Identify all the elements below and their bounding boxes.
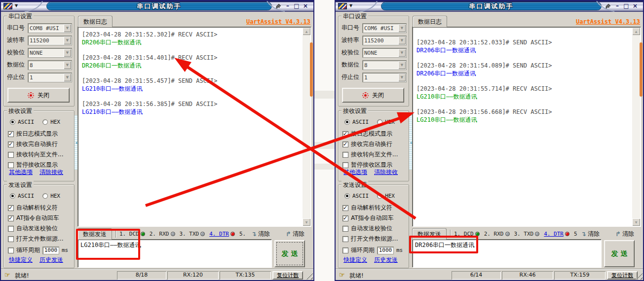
checkbox[interactable] <box>8 247 14 253</box>
chevron-down-icon[interactable]: ▼ <box>398 49 406 57</box>
combo-select[interactable]: NONE ▼ <box>28 48 72 58</box>
checkbox-option[interactable]: AT指令自动回车 <box>8 213 73 223</box>
checkbox[interactable] <box>342 162 348 168</box>
checkbox[interactable] <box>8 162 14 168</box>
cycle-period-option[interactable]: 循环周期 1000 ms <box>342 245 403 255</box>
chevron-down-icon[interactable]: ▼ <box>64 61 71 69</box>
clear-receive-link[interactable]: 清除接收 <box>39 168 63 176</box>
minimize-button[interactable]: – <box>284 2 292 10</box>
combo-select[interactable]: COM6 #USI ▼ <box>362 23 407 33</box>
pin-status[interactable]: 3. TXD <box>514 231 540 237</box>
log-scrollbar[interactable]: ▲ ▼ <box>303 28 310 226</box>
checkbox-option[interactable]: 接收转向至文件... <box>342 149 408 160</box>
checkbox[interactable] <box>8 141 14 147</box>
pin-label[interactable]: 4. DTR <box>209 231 229 237</box>
checkbox[interactable] <box>8 215 14 221</box>
combo-select[interactable]: NONE ▼ <box>362 48 407 58</box>
checkbox[interactable] <box>342 131 348 137</box>
maximize-button[interactable]: □ <box>293 2 301 10</box>
checkbox-option[interactable]: 打开文件数据源... <box>8 234 73 244</box>
checkbox[interactable] <box>342 236 348 242</box>
clear-receive-link[interactable]: 清除接收 <box>374 168 398 176</box>
checkbox[interactable] <box>342 215 348 221</box>
cycle-period-option[interactable]: 循环周期 1000 ms <box>8 245 68 255</box>
radio-ascii[interactable] <box>10 193 15 199</box>
tab-data-send[interactable]: 数据发送 <box>412 228 447 240</box>
chevron-down-icon[interactable]: ▼ <box>64 73 71 81</box>
combo-select[interactable]: 115200 ▼ <box>28 35 72 45</box>
radio-hex[interactable] <box>377 119 382 125</box>
checkbox[interactable] <box>8 236 14 242</box>
pin-status[interactable]: 1. DCD <box>454 231 480 237</box>
checkbox[interactable] <box>342 141 348 147</box>
clear-send-button[interactable]: ↴ 清除 <box>251 230 270 238</box>
cycle-period-input[interactable]: 1000 <box>42 246 59 254</box>
checkbox[interactable] <box>8 131 14 137</box>
checkbox[interactable] <box>8 226 14 232</box>
scroll-up-icon[interactable]: ▲ <box>632 28 640 35</box>
other-options-link[interactable]: 其他选项 <box>9 168 33 176</box>
titlebar[interactable]: ▼ 串口调试助手 – □ × <box>336 1 643 12</box>
pin-label[interactable]: 2. RXD <box>484 231 504 237</box>
quick-define-link[interactable]: 快捷定义 <box>9 256 33 264</box>
clear-receive-button[interactable]: ↱ 清除 <box>286 230 304 238</box>
checkbox[interactable] <box>8 205 14 211</box>
log-scrollbar[interactable]: ▲ ▼ <box>632 28 640 226</box>
radio-hex[interactable] <box>42 119 48 125</box>
pin-label[interactable]: 1. DCD <box>454 231 474 237</box>
pin-label[interactable]: 3. TXD <box>180 231 199 237</box>
pin-label[interactable]: 1. DCD <box>119 231 139 237</box>
checkbox-option[interactable]: 打开文件数据源... <box>342 234 408 244</box>
log-area[interactable]: [2023-04-28 20:31:52.302]# RECV ASCII> D… <box>77 27 311 227</box>
checkbox-option[interactable]: AT指令自动回车 <box>342 213 408 223</box>
cycle-period-input[interactable]: 1000 <box>377 246 394 254</box>
minimize-button[interactable]: – <box>613 2 621 10</box>
history-send-link[interactable]: 历史发送 <box>374 256 398 264</box>
tab-data-log[interactable]: 数据日志 <box>78 16 113 27</box>
pin-status[interactable]: 2. RXD <box>484 231 510 237</box>
scroll-down-icon[interactable]: ▼ <box>632 218 640 226</box>
chevron-down-icon[interactable]: ▼ <box>398 24 406 32</box>
chevron-down-icon[interactable]: ▼ <box>64 24 71 32</box>
pin-label[interactable]: 5. GND <box>239 231 248 237</box>
pin-status[interactable]: 5. GND <box>574 231 578 237</box>
pin-status[interactable]: 4. DTR <box>544 231 569 237</box>
checkbox-option[interactable]: 接收完自动换行 <box>342 139 408 149</box>
checkbox-option[interactable]: 自动发送校验位 <box>342 223 408 234</box>
combo-select[interactable]: 115200 ▼ <box>362 35 407 45</box>
pin-status[interactable]: 4. DTR <box>209 231 235 237</box>
tab-data-send[interactable]: 数据发送 <box>77 228 112 240</box>
pin-status[interactable]: 1. DCD <box>119 231 145 237</box>
checkbox-option[interactable]: 接收完自动换行 <box>8 139 73 149</box>
radio-ascii[interactable] <box>344 119 350 125</box>
checkbox[interactable] <box>8 152 14 158</box>
app-logo-icon[interactable] <box>338 3 347 9</box>
scroll-up-icon[interactable]: ▲ <box>303 28 310 35</box>
close-port-button[interactable]: 关闭 <box>342 88 404 103</box>
pin-status[interactable]: 2. RXD <box>150 231 175 237</box>
pin-label[interactable]: 3. TXD <box>514 231 534 237</box>
chevron-down-icon[interactable]: ▼ <box>64 36 71 44</box>
send-button[interactable]: 发送 <box>274 240 305 267</box>
quick-define-link[interactable]: 快捷定义 <box>343 256 367 264</box>
clear-send-button[interactable]: ↴ 清除 <box>581 230 600 238</box>
combo-select[interactable]: COM8 #USI ▼ <box>28 23 72 33</box>
tab-data-log[interactable]: 数据日志 <box>413 16 447 27</box>
sysmenu-caret-icon[interactable]: ▼ <box>349 3 352 8</box>
checkbox-option[interactable]: 接收转向至文件... <box>8 149 73 160</box>
checkbox-option[interactable]: 自动解析转义符 <box>342 203 408 213</box>
combo-select[interactable]: 1 ▼ <box>28 72 72 82</box>
version-link[interactable]: UartAssist V4.3.13 <box>246 18 310 25</box>
reset-counter-button[interactable]: 复位计数 <box>272 271 303 280</box>
chevron-down-icon[interactable]: ▼ <box>398 73 406 81</box>
chevron-down-icon[interactable]: ▼ <box>398 36 406 44</box>
pin-label[interactable]: 4. DTR <box>544 231 564 237</box>
log-area[interactable]: [2023-04-28 20:31:52.033]# SEND ASCII> D… <box>412 27 641 227</box>
radio-ascii[interactable] <box>344 193 350 199</box>
checkbox-option[interactable]: 按日志模式显示 <box>8 129 73 139</box>
checkbox[interactable] <box>342 226 348 232</box>
checkbox-option[interactable]: 自动解析转义符 <box>8 203 73 213</box>
radio-ascii[interactable] <box>10 119 15 125</box>
pin-label[interactable]: 2. RXD <box>150 231 169 237</box>
combo-select[interactable]: 8 ▼ <box>362 60 407 70</box>
